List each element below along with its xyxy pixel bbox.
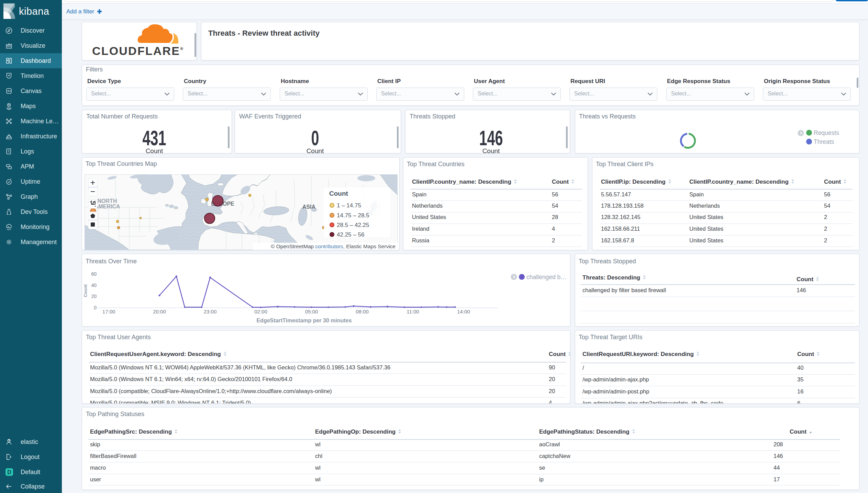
svg-text:EdgeStartTimestamp per 30 minu: EdgeStartTimestamp per 30 minutes xyxy=(256,318,352,323)
svg-text:60: 60 xyxy=(91,271,97,277)
svg-text:05:00: 05:00 xyxy=(305,309,318,314)
svg-text:Count: Count xyxy=(83,284,88,297)
svg-text:40: 40 xyxy=(91,283,97,288)
svg-text:1 – 14.75: 1 – 14.75 xyxy=(337,202,361,209)
svg-text:20: 20 xyxy=(91,294,97,299)
svg-text:20:00: 20:00 xyxy=(153,309,166,314)
svg-text:17:00: 17:00 xyxy=(102,309,115,314)
svg-text:NORTH: NORTH xyxy=(98,198,117,204)
svg-text:ASIA: ASIA xyxy=(302,204,316,210)
svg-text:08:00: 08:00 xyxy=(356,309,369,314)
svg-text:28.5 – 42.25: 28.5 – 42.25 xyxy=(337,222,369,228)
svg-text:0: 0 xyxy=(94,305,97,310)
svg-text:© OpenStreetMap contributors,: © OpenStreetMap contributors, Elastic Ma… xyxy=(271,243,396,249)
svg-text:23:00: 23:00 xyxy=(204,309,217,314)
svg-text:AMERICA: AMERICA xyxy=(94,204,120,209)
svg-text:02:00: 02:00 xyxy=(254,309,267,314)
svg-text:11:00: 11:00 xyxy=(407,309,419,314)
svg-text:14.75 – 28.5: 14.75 – 28.5 xyxy=(337,212,369,219)
svg-text:Count: Count xyxy=(329,190,348,197)
svg-text:D: D xyxy=(7,469,11,475)
svg-text:14:00: 14:00 xyxy=(457,309,470,314)
svg-text:42.25 – 56: 42.25 – 56 xyxy=(337,231,364,238)
